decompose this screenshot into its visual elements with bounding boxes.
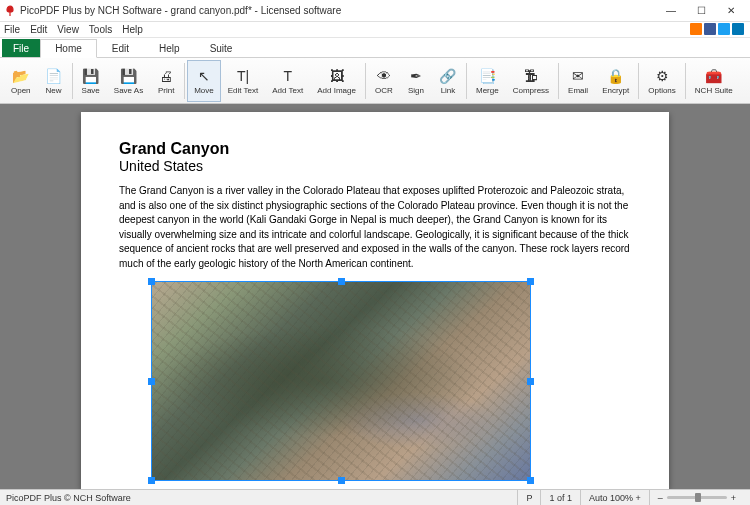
page-indicator[interactable]: 1 of 1 <box>540 490 580 505</box>
pdf-page[interactable]: Grand Canyon United States The Grand Can… <box>81 112 669 489</box>
zoom-in-button[interactable]: + <box>731 493 736 503</box>
ocr-button[interactable]: 👁OCR <box>368 60 400 102</box>
canyon-photo <box>152 282 530 480</box>
zoom-slider[interactable] <box>667 496 727 499</box>
title-bar: PicoPDF Plus by NCH Software - grand can… <box>0 0 750 22</box>
compress-icon: 🗜 <box>522 67 540 85</box>
tab-home[interactable]: Home <box>40 39 97 58</box>
menu-tools[interactable]: Tools <box>89 24 112 35</box>
separator <box>638 63 639 99</box>
new-button[interactable]: 📄New <box>38 60 70 102</box>
twitter-icon[interactable] <box>718 23 730 35</box>
folder-open-icon: 📂 <box>12 67 30 85</box>
gear-icon: ⚙ <box>653 67 671 85</box>
menu-view[interactable]: View <box>57 24 79 35</box>
zoom-thumb[interactable] <box>695 493 701 502</box>
minimize-button[interactable]: — <box>656 1 686 21</box>
merge-icon: 📑 <box>478 67 496 85</box>
merge-button[interactable]: 📑Merge <box>469 60 506 102</box>
print-icon: 🖨 <box>157 67 175 85</box>
print-button[interactable]: 🖨Print <box>150 60 182 102</box>
resize-handle-tl[interactable] <box>148 278 155 285</box>
addtext-button[interactable]: TAdd Text <box>265 60 310 102</box>
save-icon: 💾 <box>82 67 100 85</box>
lock-icon: 🔒 <box>607 67 625 85</box>
tab-file[interactable]: File <box>2 39 40 57</box>
resize-handle-tm[interactable] <box>338 278 345 285</box>
move-button[interactable]: ↖Move <box>187 60 221 102</box>
menu-edit[interactable]: Edit <box>30 24 47 35</box>
cursor-icon: ↖ <box>195 67 213 85</box>
sign-button[interactable]: ✒Sign <box>400 60 432 102</box>
status-p: P <box>517 490 540 505</box>
nchsuite-button[interactable]: 🧰NCH Suite <box>688 60 740 102</box>
social-icons <box>690 23 744 35</box>
edittext-button[interactable]: T|Edit Text <box>221 60 266 102</box>
zoom-indicator: Auto 100% + <box>580 490 649 505</box>
encrypt-button[interactable]: 🔒Encrypt <box>595 60 636 102</box>
workspace[interactable]: Grand Canyon United States The Grand Can… <box>0 104 750 489</box>
linkedin-icon[interactable] <box>732 23 744 35</box>
separator <box>365 63 366 99</box>
zoom-controls: – + <box>649 490 744 505</box>
tab-help[interactable]: Help <box>144 39 195 57</box>
resize-handle-bm[interactable] <box>338 477 345 484</box>
menu-bar: File Edit View Tools Help <box>0 22 750 38</box>
link-icon: 🔗 <box>439 67 457 85</box>
sign-icon: ✒ <box>407 67 425 85</box>
zoom-out-button[interactable]: – <box>658 493 663 503</box>
status-copyright: PicoPDF Plus © NCH Software <box>6 493 517 503</box>
doc-heading: Grand Canyon <box>119 140 631 158</box>
resize-handle-bl[interactable] <box>148 477 155 484</box>
tab-suite[interactable]: Suite <box>195 39 248 57</box>
menu-help[interactable]: Help <box>122 24 143 35</box>
status-bar: PicoPDF Plus © NCH Software P 1 of 1 Aut… <box>0 489 750 505</box>
doc-paragraph: The Grand Canyon is a river valley in th… <box>119 184 631 271</box>
link-button[interactable]: 🔗Link <box>432 60 464 102</box>
saveas-button[interactable]: 💾Save As <box>107 60 150 102</box>
saveas-icon: 💾 <box>119 67 137 85</box>
window-title: PicoPDF Plus by NCH Software - grand can… <box>20 5 656 16</box>
add-text-icon: T <box>279 67 297 85</box>
email-icon: ✉ <box>569 67 587 85</box>
addimage-button[interactable]: 🖼Add Image <box>310 60 363 102</box>
separator <box>466 63 467 99</box>
separator <box>72 63 73 99</box>
new-file-icon: 📄 <box>45 67 63 85</box>
doc-subheading: United States <box>119 158 631 174</box>
resize-handle-tr[interactable] <box>527 278 534 285</box>
separator <box>558 63 559 99</box>
save-button[interactable]: 💾Save <box>75 60 107 102</box>
thumbs-icon[interactable] <box>690 23 702 35</box>
ocr-icon: 👁 <box>375 67 393 85</box>
edit-text-icon: T| <box>234 67 252 85</box>
resize-handle-mr[interactable] <box>527 378 534 385</box>
add-image-icon: 🖼 <box>328 67 346 85</box>
menu-file[interactable]: File <box>4 24 20 35</box>
app-icon <box>4 5 16 17</box>
close-button[interactable]: ✕ <box>716 1 746 21</box>
ribbon-tabs: File Home Edit Help Suite <box>0 38 750 58</box>
toolbar: 📂Open 📄New 💾Save 💾Save As 🖨Print ↖Move T… <box>0 58 750 104</box>
suite-icon: 🧰 <box>705 67 723 85</box>
resize-handle-br[interactable] <box>527 477 534 484</box>
open-button[interactable]: 📂Open <box>4 60 38 102</box>
selected-image[interactable] <box>151 281 531 481</box>
compress-button[interactable]: 🗜Compress <box>506 60 556 102</box>
separator <box>184 63 185 99</box>
maximize-button[interactable]: ☐ <box>686 1 716 21</box>
resize-handle-ml[interactable] <box>148 378 155 385</box>
options-button[interactable]: ⚙Options <box>641 60 683 102</box>
facebook-icon[interactable] <box>704 23 716 35</box>
separator <box>685 63 686 99</box>
email-button[interactable]: ✉Email <box>561 60 595 102</box>
tab-edit[interactable]: Edit <box>97 39 144 57</box>
